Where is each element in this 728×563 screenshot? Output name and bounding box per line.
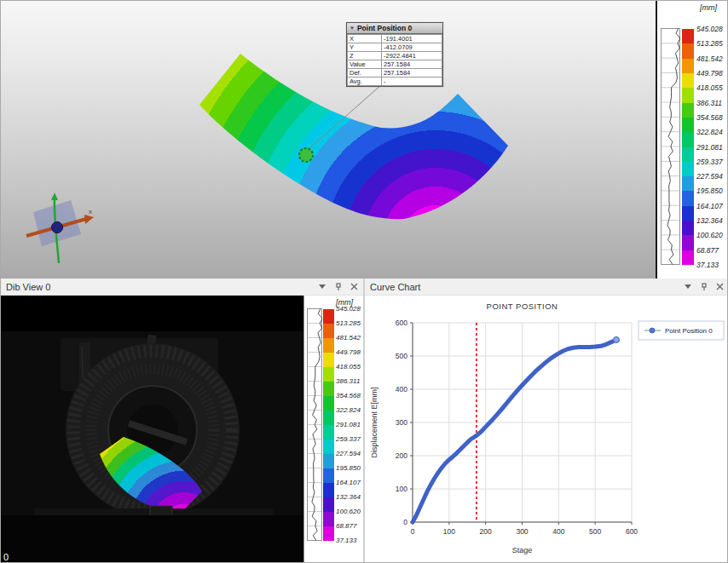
dib-header[interactable]: Dib View 0 (1, 279, 363, 296)
y-tick-label: 500 (396, 352, 407, 360)
chart-legend[interactable]: Point Position 0 (638, 321, 724, 340)
x-tick-label: 0 (411, 527, 415, 536)
colorbar-band (682, 176, 694, 191)
colorbar-band (682, 43, 694, 58)
colorbar-band (682, 29, 694, 43)
dib-title: Dib View 0 (6, 282, 318, 292)
colorbar-band (323, 439, 334, 454)
x-tick-label: 300 (516, 527, 528, 536)
tooltip-row: Z-2922.4841 (348, 52, 442, 60)
ground-shadow (1, 515, 304, 563)
colorbar-band (682, 59, 694, 73)
colorbar-tick-label: 545.028 (336, 305, 361, 313)
colorbar-band (323, 367, 334, 382)
colorbar-tick-label: 291.081 (336, 421, 361, 428)
point-tooltip[interactable]: ▼ Point Position 0 X-191.4001Y-412.0709Z… (346, 22, 443, 87)
colorbar-tick-label: 354.568 (696, 113, 723, 122)
colorbar-tick-label: 449.798 (696, 69, 723, 78)
tooltip-title: Point Position 0 (357, 24, 412, 32)
chevron-down-icon[interactable] (684, 283, 692, 290)
colorbar-tick-label: 132.364 (336, 493, 361, 501)
tooltip-row: Avg.- (348, 78, 442, 86)
tooltip-row: X-191.4001 (348, 35, 442, 43)
chevron-down-icon[interactable] (318, 283, 326, 290)
colorbar-3d: [mm]545.028513.285481.542449.798418.0553… (656, 1, 728, 279)
x-axis-label: Stage (512, 546, 533, 554)
colorbar-band (323, 425, 334, 439)
unit-label: [mm] (700, 3, 717, 12)
close-icon[interactable] (350, 283, 358, 290)
colorbar-tick-label: 132.364 (696, 216, 723, 225)
colorbar-tick-label: 481.542 (336, 334, 361, 342)
collapse-arrow-icon[interactable]: ▼ (350, 26, 355, 31)
colorbar-band (682, 88, 694, 102)
series-curve[interactable] (413, 340, 616, 522)
colorbar-band (323, 411, 334, 425)
colorbar-band (323, 526, 334, 541)
colorbar-band (323, 353, 334, 367)
colorbar-band (323, 338, 334, 353)
colorbar-tick-label: 100.620 (336, 508, 361, 515)
colorbar-band (323, 497, 334, 512)
curve-title: Curve Chart (370, 282, 684, 292)
curve-chart-svg[interactable]: 01002003004005006000100200300400500600PO… (365, 296, 728, 563)
colorbar-tick-label: 100.620 (696, 231, 723, 239)
viewport-3d[interactable]: ▼ Point Position 0 X-191.4001Y-412.0709Z… (1, 1, 728, 279)
colorbar-band (323, 468, 334, 483)
y-tick-label: 300 (396, 418, 407, 427)
dib-body: [mm]545.028513.285481.542449.798418.0553… (1, 296, 363, 563)
deviation-histogram (661, 28, 680, 266)
curve-chart-panel: Curve Chart 0100200300400500600010020030… (365, 279, 728, 563)
colorbar-band (682, 162, 694, 176)
pin-icon[interactable] (334, 283, 343, 291)
curve-header[interactable]: Curve Chart (365, 279, 728, 296)
colorbar-band (323, 483, 334, 497)
curve-body: 01002003004005006000100200300400500600PO… (365, 296, 728, 563)
colorbar-band (323, 309, 334, 324)
gizmo-origin (52, 222, 63, 233)
colorbar-band (323, 382, 334, 396)
colorbar-tick-label: 481.542 (696, 55, 723, 63)
colorbar-band (682, 73, 694, 88)
colorbar-tick-label: 164.107 (336, 479, 361, 486)
bumper-bracket (150, 506, 172, 516)
colorbar-tick-label: 68.877 (696, 246, 719, 255)
colorbar (682, 29, 694, 265)
colorbar-band (682, 132, 694, 146)
colorbar-tick-label: 227.594 (696, 172, 723, 181)
y-tick-label: 0 (403, 518, 407, 526)
colorbar-tick-label: 513.285 (696, 39, 723, 48)
dib-image[interactable] (1, 296, 304, 563)
colorbar-band (682, 206, 694, 221)
colorbar-tick-label: 227.594 (336, 450, 361, 457)
axes-gizmo[interactable]: x (23, 192, 98, 268)
colorbar-tick-label: 354.568 (336, 392, 361, 399)
colorbar-tick-label: 291.081 (696, 143, 723, 152)
legend-marker-icon (650, 328, 655, 333)
close-icon[interactable] (716, 283, 724, 290)
tooltip-row: Def.257.1584 (348, 69, 442, 78)
y-axis-arrow-icon (51, 192, 58, 200)
colorbar-tick-label: 449.798 (336, 348, 361, 356)
y-tick-label: 200 (396, 451, 407, 460)
x-tick-label: 100 (443, 527, 455, 536)
colorbar-tick-label: 418.055 (696, 83, 723, 92)
pin-icon[interactable] (700, 283, 708, 291)
colorbar-tick-label: 195.850 (336, 464, 361, 472)
y-tick-label: 400 (396, 385, 407, 394)
colorbar-band (682, 191, 694, 205)
colorbar-band (682, 235, 694, 250)
colorbar-tick-label: 164.107 (696, 202, 723, 210)
series-end-marker (614, 336, 620, 342)
colorbar-band (682, 118, 694, 132)
colorbar-tick-label: 513.285 (336, 319, 361, 327)
colorbar-tick-label: 322.824 (336, 406, 361, 414)
application-window: ▼ Point Position 0 X-191.4001Y-412.0709Z… (0, 0, 728, 563)
tooltip-row: Y-412.0709 (348, 43, 442, 52)
x-axis-arrow-icon (84, 215, 94, 224)
tooltip-header[interactable]: ▼ Point Position 0 (347, 23, 442, 34)
colorbar-tick-label: 37.133 (696, 261, 719, 269)
colorbar-tick-label: 68.877 (336, 522, 356, 530)
colorbar-band (323, 396, 334, 411)
colorbar-tick-label: 259.337 (336, 435, 361, 443)
